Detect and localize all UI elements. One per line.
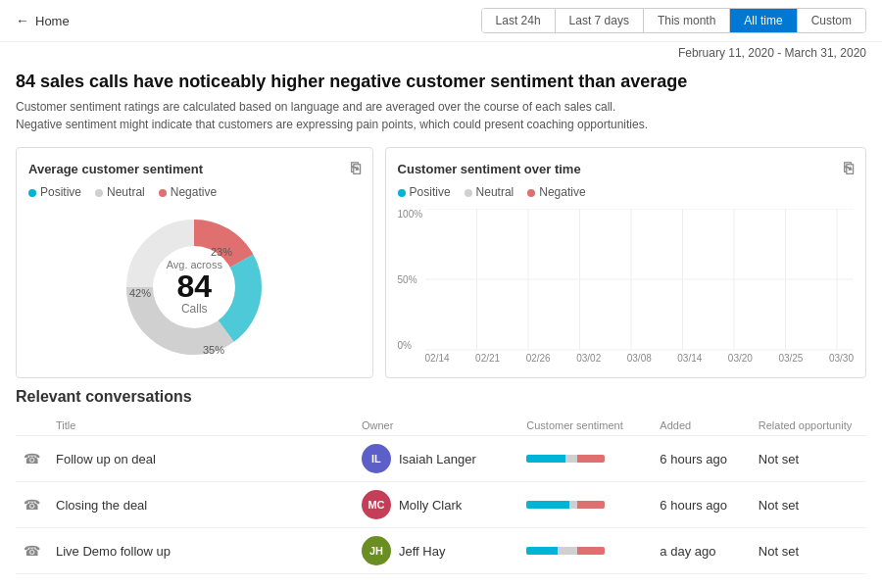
time-legend-neutral: Neutral — [465, 185, 514, 199]
svg-text:23%: 23% — [211, 246, 232, 258]
x-0330: 03/30 — [829, 353, 854, 364]
filter-alltime[interactable]: All time — [730, 9, 797, 32]
sentiment-over-time-card: Customer sentiment over time ⎘ Positive … — [385, 147, 866, 378]
y-axis: 100% 50% 0% — [398, 209, 423, 351]
owner-name: Molly Clark — [399, 498, 462, 513]
owner-name: Isaiah Langer — [399, 452, 476, 466]
sentiment-negative — [577, 547, 605, 555]
filter-thismonth[interactable]: This month — [644, 9, 730, 32]
donut-calls-label: Calls — [167, 302, 222, 316]
export-icon-2[interactable]: ⎘ — [844, 160, 854, 177]
col-owner-header: Owner — [354, 416, 518, 436]
sentiment-negative — [577, 501, 605, 509]
donut-number: 84 — [167, 270, 222, 302]
owner-avatar: IL — [362, 444, 391, 473]
phone-icon: ☎ — [24, 451, 40, 466]
avg-legend: Positive Neutral Negative — [28, 185, 361, 199]
row-added-2: a day ago — [652, 528, 750, 574]
filter-custom[interactable]: Custom — [798, 9, 865, 32]
legend-neutral: Neutral — [95, 185, 145, 199]
area-chart-wrapper: 100% 50% 0% — [398, 209, 854, 364]
sentiment-positive — [526, 501, 569, 509]
row-owner-2: JH Jeff Hay — [354, 528, 518, 574]
alert-desc2: Negative sentiment might indicate that c… — [16, 116, 866, 133]
col-title-header: Title — [48, 416, 354, 436]
row-title-0: Follow up on deal — [48, 436, 354, 482]
x-0226: 02/26 — [526, 353, 551, 364]
row-sentiment-1 — [518, 482, 652, 528]
owner-name: Jeff Hay — [399, 544, 445, 559]
legend-positive: Positive — [28, 185, 81, 199]
x-0302: 03/02 — [576, 353, 601, 364]
sentiment-positive — [526, 455, 565, 463]
row-title-1: Closing the deal — [48, 482, 354, 528]
time-filter-group: Last 24h Last 7 days This month All time… — [481, 8, 866, 33]
svg-text:35%: 35% — [203, 344, 224, 356]
row-sentiment-2 — [518, 528, 652, 574]
back-label: Home — [35, 14, 70, 28]
row-owner-1: MC Molly Clark — [354, 482, 518, 528]
alert-desc1: Customer sentiment ratings are calculate… — [16, 98, 866, 116]
area-chart-svg — [425, 209, 854, 351]
col-sentiment-header: Customer sentiment — [518, 416, 652, 436]
row-icon-2: ☎ — [16, 528, 48, 574]
table-row[interactable]: ☎ Live Demo follow up JH Jeff Hay a day … — [16, 528, 866, 574]
sentiment-neutral — [565, 455, 577, 463]
table-row[interactable]: ☎ Closing the deal MC Molly Clark 6 hour… — [16, 482, 866, 528]
x-0308: 03/08 — [627, 353, 652, 364]
sentiment-negative — [577, 455, 605, 463]
row-opportunity-0: Not set — [751, 436, 866, 482]
y-50: 50% — [398, 274, 423, 285]
charts-row: Average customer sentiment ⎘ Positive Ne… — [0, 137, 882, 388]
y-100: 100% — [398, 209, 423, 220]
filter-last24h[interactable]: Last 24h — [482, 9, 556, 32]
col-opportunity-header: Related opportunity — [751, 416, 866, 436]
header: ← Home Last 24h Last 7 days This month A… — [0, 0, 882, 42]
row-opportunity-2: Not set — [751, 528, 866, 574]
back-arrow-icon: ← — [16, 13, 29, 28]
donut-chart: 23% 42% 35% Avg. across 84 Calls — [28, 209, 361, 366]
filter-last7days[interactable]: Last 7 days — [556, 9, 644, 32]
alert-section: 84 sales calls have noticeably higher ne… — [0, 64, 882, 137]
row-opportunity-1: Not set — [751, 482, 866, 528]
row-added-0: 6 hours ago — [652, 436, 750, 482]
table-row[interactable]: ☎ Follow up on deal IL Isaiah Langer 6 h… — [16, 436, 866, 482]
x-0314: 03/14 — [677, 353, 702, 364]
conversations-title: Relevant conversations — [16, 388, 866, 406]
row-added-1: 6 hours ago — [652, 482, 750, 528]
phone-icon: ☎ — [24, 543, 40, 559]
export-icon[interactable]: ⎘ — [351, 160, 361, 177]
date-range: February 11, 2020 - March 31, 2020 — [0, 42, 882, 64]
conversations-section: Relevant conversations Title Owner Custo… — [0, 388, 882, 574]
x-0325: 03/25 — [778, 353, 803, 364]
alert-title: 84 sales calls have noticeably higher ne… — [16, 72, 866, 92]
x-0221: 02/21 — [475, 353, 500, 364]
row-owner-0: IL Isaiah Langer — [354, 436, 518, 482]
owner-avatar: JH — [362, 536, 391, 565]
row-title-2: Live Demo follow up — [48, 528, 354, 574]
col-icon-header — [16, 416, 48, 436]
svg-text:42%: 42% — [129, 287, 151, 299]
legend-negative: Negative — [159, 185, 217, 199]
x-axis: 02/14 02/21 02/26 03/02 03/08 03/14 03/2… — [398, 351, 854, 364]
row-icon-0: ☎ — [16, 436, 48, 482]
x-0214: 02/14 — [425, 353, 450, 364]
time-chart-title: Customer sentiment over time ⎘ — [398, 160, 854, 177]
donut-center: Avg. across 84 Calls — [167, 259, 222, 316]
avg-chart-title: Average customer sentiment ⎘ — [28, 160, 361, 177]
table-header-row: Title Owner Customer sentiment Added Rel… — [16, 416, 866, 436]
sentiment-positive — [526, 547, 558, 555]
time-legend-negative: Negative — [527, 185, 585, 199]
back-button[interactable]: ← Home — [16, 13, 70, 28]
y-0: 0% — [398, 340, 423, 351]
phone-icon: ☎ — [24, 497, 40, 513]
owner-avatar: MC — [362, 490, 391, 519]
row-icon-1: ☎ — [16, 482, 48, 528]
sentiment-bar — [526, 501, 605, 509]
sentiment-bar — [526, 455, 605, 463]
sentiment-bar — [526, 547, 605, 555]
conversations-table: Title Owner Customer sentiment Added Rel… — [16, 416, 866, 574]
time-legend: Positive Neutral Negative — [398, 185, 854, 199]
row-sentiment-0 — [518, 436, 652, 482]
x-0320: 03/20 — [728, 353, 753, 364]
